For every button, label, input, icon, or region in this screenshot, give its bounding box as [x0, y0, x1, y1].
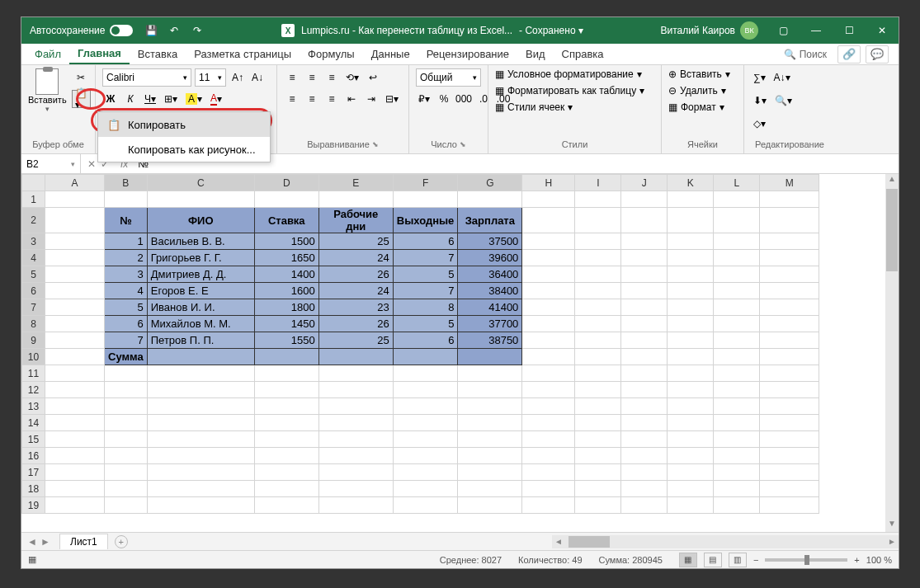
cell-C6[interactable]: Егоров Е. Е — [147, 283, 254, 299]
search-box[interactable]: 🔍 Поиск — [778, 46, 833, 63]
cell-J19[interactable] — [621, 497, 668, 514]
cell-A11[interactable] — [45, 365, 105, 382]
cell-M9[interactable] — [760, 332, 819, 349]
cell-G7[interactable]: 41400 — [458, 299, 522, 316]
sort-filter-icon[interactable]: A↓▾ — [771, 68, 793, 87]
cell-L18[interactable] — [714, 481, 760, 497]
cell-K6[interactable] — [668, 283, 714, 299]
cell-H17[interactable] — [522, 464, 575, 481]
cell-B9[interactable]: 7 — [105, 332, 148, 349]
cell-H12[interactable] — [522, 382, 575, 398]
cell-L1[interactable] — [714, 191, 760, 208]
zoom-slider[interactable] — [765, 558, 847, 562]
cell-D3[interactable]: 1500 — [254, 233, 318, 250]
cell-K2[interactable] — [668, 208, 714, 233]
col-header-M[interactable]: M — [760, 175, 819, 191]
cell-H1[interactable] — [522, 191, 575, 208]
cell-I13[interactable] — [575, 398, 621, 415]
row-header-1[interactable]: 1 — [22, 191, 45, 208]
align-center-icon[interactable]: ≡ — [304, 90, 320, 108]
redo-icon[interactable]: ↷ — [191, 24, 204, 37]
cell-L13[interactable] — [714, 398, 760, 415]
indent-decrease-icon[interactable]: ⇤ — [343, 90, 360, 108]
cell-J14[interactable] — [621, 415, 668, 431]
tab-view[interactable]: Вид — [517, 45, 554, 64]
cell-F4[interactable]: 7 — [393, 250, 458, 266]
cell-C16[interactable] — [147, 448, 254, 464]
cell-G6[interactable]: 38400 — [458, 283, 522, 299]
cell-M15[interactable] — [760, 431, 819, 448]
cell-K8[interactable] — [668, 316, 714, 332]
cell-L7[interactable] — [714, 299, 760, 316]
cell-I8[interactable] — [575, 316, 621, 332]
cell-D16[interactable] — [254, 448, 318, 464]
cell-D10[interactable] — [254, 349, 318, 365]
col-header-H[interactable]: H — [522, 175, 575, 191]
cell-I18[interactable] — [575, 481, 621, 497]
cell-K3[interactable] — [668, 233, 714, 250]
insert-cells-button[interactable]: ⊕ Вставить▾ — [668, 68, 737, 80]
cell-E9[interactable]: 25 — [318, 332, 393, 349]
select-all-cell[interactable] — [22, 175, 45, 191]
tab-layout[interactable]: Разметка страницы — [186, 45, 300, 64]
number-launcher-icon[interactable]: ⬊ — [460, 140, 466, 148]
cell-M3[interactable] — [760, 233, 819, 250]
currency-icon[interactable]: ₽▾ — [416, 90, 432, 108]
cell-G10[interactable] — [458, 349, 522, 365]
cell-E8[interactable]: 26 — [318, 316, 393, 332]
cell-B4[interactable]: 2 — [105, 250, 148, 266]
row-header-16[interactable]: 16 — [22, 448, 45, 464]
copy-split-button[interactable]: 📋▾ — [72, 90, 91, 108]
font-size-combo[interactable]: 11▾ — [195, 68, 226, 87]
cell-H19[interactable] — [522, 497, 575, 514]
cell-F10[interactable] — [393, 349, 458, 365]
cell-L17[interactable] — [714, 464, 760, 481]
align-top-icon[interactable]: ≡ — [284, 68, 300, 87]
cell-B13[interactable] — [105, 398, 148, 415]
cell-D13[interactable] — [254, 398, 318, 415]
add-sheet-button[interactable]: + — [115, 535, 128, 548]
tab-insert[interactable]: Вставка — [130, 45, 186, 64]
menu-item-copy[interactable]: 📋 Копировать — [98, 112, 270, 137]
cell-H13[interactable] — [522, 398, 575, 415]
cell-I5[interactable] — [575, 266, 621, 283]
cell-E15[interactable] — [318, 431, 393, 448]
cell-H15[interactable] — [522, 431, 575, 448]
row-header-9[interactable]: 9 — [22, 332, 45, 349]
cell-F15[interactable] — [393, 431, 458, 448]
cell-E19[interactable] — [318, 497, 393, 514]
cell-J18[interactable] — [621, 481, 668, 497]
cell-D5[interactable]: 1400 — [254, 266, 318, 283]
cell-styles-button[interactable]: ▦ Стили ячеек▾ — [495, 101, 654, 113]
cell-I7[interactable] — [575, 299, 621, 316]
cell-B8[interactable]: 6 — [105, 316, 148, 332]
view-normal-icon[interactable]: ▦ — [679, 553, 697, 567]
vertical-scrollbar[interactable]: ▲ ▼ — [885, 174, 899, 532]
cell-E10[interactable] — [318, 349, 393, 365]
cell-J13[interactable] — [621, 398, 668, 415]
col-header-C[interactable]: C — [147, 175, 254, 191]
zoom-level[interactable]: 100 % — [866, 555, 892, 565]
col-header-G[interactable]: G — [458, 175, 522, 191]
cell-H8[interactable] — [522, 316, 575, 332]
cell-M18[interactable] — [760, 481, 819, 497]
cell-A4[interactable] — [45, 250, 105, 266]
cell-E14[interactable] — [318, 415, 393, 431]
cell-A17[interactable] — [45, 464, 105, 481]
cell-K19[interactable] — [668, 497, 714, 514]
cell-A10[interactable] — [45, 349, 105, 365]
increase-font-icon[interactable]: A↑ — [229, 68, 246, 87]
cell-D19[interactable] — [254, 497, 318, 514]
cell-L10[interactable] — [714, 349, 760, 365]
cell-A16[interactable] — [45, 448, 105, 464]
cell-I16[interactable] — [575, 448, 621, 464]
cell-G5[interactable]: 36400 — [458, 266, 522, 283]
cell-F3[interactable]: 6 — [393, 233, 458, 250]
cell-M12[interactable] — [760, 382, 819, 398]
cell-B1[interactable] — [105, 191, 148, 208]
col-header-A[interactable]: A — [45, 175, 105, 191]
cell-D9[interactable]: 1550 — [254, 332, 318, 349]
cell-F17[interactable] — [393, 464, 458, 481]
cell-L11[interactable] — [714, 365, 760, 382]
align-left-icon[interactable]: ≡ — [284, 90, 300, 108]
